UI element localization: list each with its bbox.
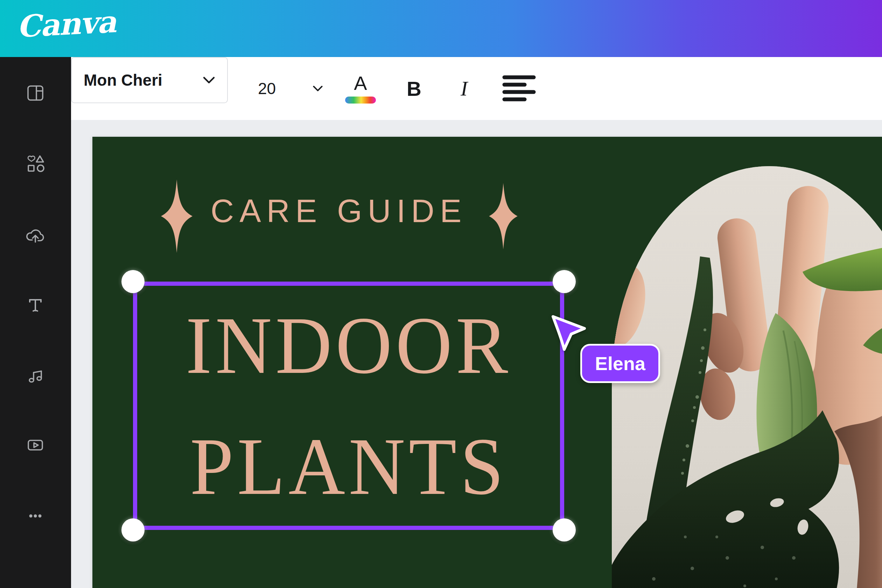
bold-button[interactable]: B <box>395 57 433 120</box>
align-left-icon <box>502 75 536 102</box>
title-line-2[interactable]: PLANTS <box>190 403 507 529</box>
resize-handle-bottom-right[interactable] <box>553 518 576 542</box>
canvas-workspace[interactable]: CARE GUIDE INDOOR PLANTS <box>71 120 882 588</box>
canva-editor-window: Canva <box>0 0 882 588</box>
font-size-selector[interactable]: 20 <box>253 57 323 120</box>
top-bar: Canva <box>0 0 882 57</box>
resize-handle-bottom-left[interactable] <box>122 518 144 542</box>
bold-glyph: B <box>407 77 421 100</box>
upload-cloud-icon <box>25 225 45 246</box>
font-name-label: Mon Cheri <box>84 70 162 90</box>
collaborator-name: Elena <box>595 352 645 374</box>
design-templates-icon <box>26 83 45 104</box>
sidebar-item-design[interactable] <box>24 82 47 105</box>
sidebar-item-audio[interactable] <box>24 365 47 388</box>
chevron-down-icon <box>313 84 323 93</box>
text-toolbar: Mon Cheri 20 A B I <box>71 57 882 120</box>
font-selector[interactable]: Mon Cheri <box>71 57 228 103</box>
sidebar <box>0 57 71 588</box>
sparkle-icon[interactable] <box>487 183 519 249</box>
resize-handle-top-right[interactable] <box>553 270 576 293</box>
sidebar-item-elements[interactable] <box>24 153 47 176</box>
italic-button[interactable]: I <box>445 57 483 120</box>
sidebar-item-text[interactable] <box>24 294 47 317</box>
italic-glyph: I <box>461 76 467 101</box>
audio-note-icon <box>26 366 45 387</box>
text-color-glyph: A <box>354 74 367 93</box>
rainbow-color-bar-icon <box>345 96 376 104</box>
sidebar-item-videos[interactable] <box>24 435 47 457</box>
resize-handle-top-left[interactable] <box>122 270 144 293</box>
text-icon <box>26 295 45 316</box>
more-dots-icon <box>26 506 45 527</box>
canva-logo[interactable]: Canva <box>16 4 117 44</box>
alignment-button[interactable] <box>499 57 539 120</box>
text-color-button[interactable]: A <box>341 57 380 120</box>
title-line-1[interactable]: INDOOR <box>185 282 511 408</box>
sidebar-item-more[interactable] <box>24 506 47 528</box>
collaborator-name-tag: Elena <box>580 344 660 383</box>
selected-text-element[interactable]: INDOOR PLANTS <box>133 282 564 530</box>
video-play-icon <box>26 435 45 456</box>
design-page[interactable]: CARE GUIDE INDOOR PLANTS <box>92 137 882 588</box>
sidebar-item-uploads[interactable] <box>24 224 47 246</box>
chevron-down-icon <box>203 76 215 84</box>
elements-shapes-icon <box>26 154 45 175</box>
font-size-value: 20 <box>258 79 276 98</box>
